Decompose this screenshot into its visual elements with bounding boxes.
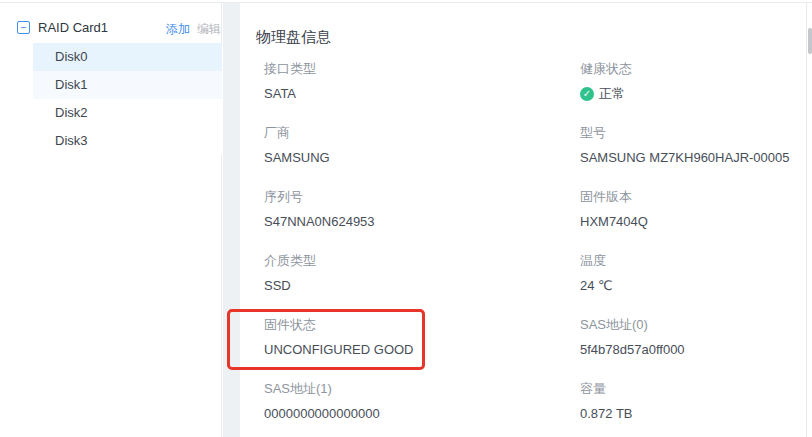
field-label: SAS地址(0) (580, 317, 812, 332)
field-label: 健康状态 (580, 61, 812, 76)
disk-item-disk0[interactable]: Disk0 (33, 43, 222, 71)
disk-item-disk1[interactable]: Disk1 (33, 71, 222, 99)
field-model: 型号 SAMSUNG MZ7KH960HAJR-00005 (580, 125, 812, 140)
field-value: 0000000000000000 (264, 406, 380, 422)
field-value: HXM7404Q (580, 214, 648, 230)
add-link[interactable]: 添加 (166, 21, 190, 38)
field-value: SAMSUNG (264, 150, 330, 166)
field-firmware-state: 固件状态 UNCONFIGURED GOOD (264, 317, 504, 332)
panel-gap (223, 3, 240, 437)
field-value: SATA (264, 86, 296, 102)
raid-card-tree-node: − RAID Card1 添加 编辑 (0, 17, 221, 41)
disk-item-disk3[interactable]: Disk3 (33, 127, 222, 155)
field-vendor: 厂商 SAMSUNG (264, 125, 504, 140)
field-media-type: 介质类型 SSD (264, 253, 504, 268)
field-sas-address-0: SAS地址(0) 5f4b78d57a0ff000 (580, 317, 812, 332)
disk-list: Disk0 Disk1 Disk2 Disk3 (33, 43, 222, 155)
vertical-scrollbar-thumb[interactable] (808, 28, 812, 54)
field-label: 厂商 (264, 125, 504, 140)
field-label: 固件状态 (264, 317, 504, 332)
raid-tree-sidebar: − RAID Card1 添加 编辑 Disk0 Disk1 Disk2 Dis… (0, 3, 222, 437)
field-firmware-version: 固件版本 HXM7404Q (580, 189, 812, 204)
field-value: 24 ℃ (580, 278, 613, 294)
field-value: 5f4b78d57a0ff000 (580, 342, 685, 358)
field-interface-type: 接口类型 SATA (264, 61, 504, 76)
field-capacity: 容量 0.872 TB (580, 381, 812, 396)
field-value: ✓ 正常 (580, 86, 625, 102)
health-status-text: 正常 (599, 86, 625, 102)
field-value: 0.872 TB (580, 406, 633, 422)
field-label: 型号 (580, 125, 812, 140)
field-sas-address-1: SAS地址(1) 0000000000000000 (264, 381, 504, 396)
field-label: 介质类型 (264, 253, 504, 268)
field-value: SAMSUNG MZ7KH960HAJR-00005 (580, 150, 790, 166)
field-temperature: 温度 24 ℃ (580, 253, 812, 268)
raid-card-label[interactable]: RAID Card1 (38, 20, 108, 35)
field-label: 固件版本 (580, 189, 812, 204)
field-value: UNCONFIGURED GOOD (264, 342, 414, 358)
collapse-icon[interactable]: − (17, 21, 30, 34)
field-value: SSD (264, 278, 291, 294)
health-ok-icon: ✓ (580, 87, 594, 101)
physical-disk-info-panel: 物理盘信息 接口类型 SATA 健康状态 ✓ 正常 厂商 SAMSUNG 型号 … (240, 3, 807, 437)
field-value: S47NNA0N624953 (264, 214, 375, 230)
field-health-status: 健康状态 ✓ 正常 (580, 61, 812, 76)
field-label: 容量 (580, 381, 812, 396)
edit-link[interactable]: 编辑 (197, 21, 221, 38)
field-label: SAS地址(1) (264, 381, 504, 396)
field-label: 温度 (580, 253, 812, 268)
page-title: 物理盘信息 (256, 28, 331, 47)
disk-item-disk2[interactable]: Disk2 (33, 99, 222, 127)
field-label: 接口类型 (264, 61, 504, 76)
field-serial-number: 序列号 S47NNA0N624953 (264, 189, 504, 204)
field-label: 序列号 (264, 189, 504, 204)
